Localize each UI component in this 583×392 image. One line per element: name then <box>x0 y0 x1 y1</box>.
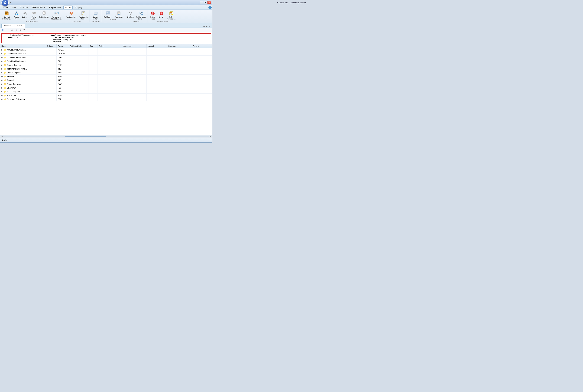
table-row[interactable]: ▶ 📁 Ground Segment SYE <box>0 63 212 67</box>
cell-name: ▶ 📁 Space Segment <box>0 90 45 94</box>
product-tree-button[interactable]: ProductTree ▾ <box>12 10 21 20</box>
relationships-group-label: Relationships <box>73 21 81 22</box>
svg-rect-40 <box>108 14 110 15</box>
parameter-state-mapper-button[interactable]: Parameter toState Mapper ▾ <box>50 10 63 20</box>
restore-button[interactable]: 🗗 <box>204 1 207 4</box>
toolbar-group-relationships: Relationships ▾ RelationshipMatrix ▾ <box>65 10 89 22</box>
svg-rect-31 <box>82 14 83 15</box>
domain-file-store-button[interactable]: DomainFile Store ▾ <box>91 10 101 20</box>
row-expand-icon[interactable]: ▶ <box>2 79 3 81</box>
rename-button[interactable]: Aᵇ <box>11 28 14 32</box>
menu-reference-data[interactable]: Reference Data <box>30 6 47 9</box>
row-expand-icon[interactable]: ▶ <box>2 91 3 92</box>
svg-rect-19 <box>57 12 59 14</box>
table-row[interactable]: ▶ 📁 Spacecraft SYE <box>0 94 212 98</box>
details-panel[interactable]: Details ▼ <box>0 138 212 142</box>
table-row[interactable]: ▶ 📁 Payload INS <box>0 78 212 82</box>
scroll-right-arrow[interactable]: ▶ <box>209 136 212 138</box>
relationships-editor-button[interactable]: RelationshipsEditor ▾ <box>135 10 147 20</box>
tab-close-all[interactable]: ✕ <box>208 25 211 28</box>
cell-owner: COM <box>57 56 69 60</box>
cell-formula <box>192 63 212 67</box>
reporting-button[interactable]: Reporting ▾ <box>114 10 124 18</box>
svg-line-53 <box>140 13 142 14</box>
info-button[interactable]: ℹ <box>208 6 212 9</box>
svg-text:!: ! <box>172 14 172 15</box>
row-expand-icon[interactable]: ▶ <box>2 83 3 85</box>
dashboard-button[interactable]: Dashboard ▾ <box>103 10 114 18</box>
row-expand-icon[interactable]: ▶ <box>2 56 3 58</box>
scroll-left-arrow[interactable]: ◀ <box>1 136 3 138</box>
svg-point-22 <box>70 13 71 14</box>
tab-strip: Element Definitions ✕ ◀ ▶ ✕ <box>0 23 212 28</box>
row-expand-icon[interactable]: ▶ <box>2 87 3 89</box>
domain-label-spacer <box>3 39 16 42</box>
menu-home[interactable]: Home <box>1 6 10 9</box>
details-label: Details <box>2 139 7 141</box>
options-button[interactable]: Options ▾ <box>21 10 29 20</box>
row-expand-icon[interactable]: ▶ <box>2 49 3 51</box>
table-row[interactable]: ▶ 📁 SolarArray PWR <box>0 86 212 90</box>
duplicate-button[interactable]: ⧉ <box>15 28 18 32</box>
table-row[interactable]: ▶ 📁 Launch Segment SYE <box>0 71 212 74</box>
table-row[interactable]: ▶ 📁 Communications Subs… COM <box>0 56 212 60</box>
delete-button[interactable]: ✕ <box>7 28 10 32</box>
minimize-button[interactable]: 🗕 <box>200 1 203 4</box>
tab-scroll-right[interactable]: ▶ <box>206 25 208 28</box>
row-folder-icon: 📁 <box>3 60 6 62</box>
row-expand-icon[interactable]: ▶ <box>2 76 3 77</box>
publications-button[interactable]: Publications ▾ <box>38 10 50 20</box>
table-row[interactable]: ▶ 📁 Structures Subsystem STR <box>0 98 212 101</box>
row-expand-icon[interactable]: ▶ <box>2 94 3 96</box>
cell-reference <box>167 98 192 101</box>
element-definitions-button[interactable]: ElementDefinitions ▾ <box>2 10 12 20</box>
row-expand-icon[interactable]: ▶ <box>2 53 3 54</box>
menu-scripting[interactable]: Scripting <box>73 6 84 9</box>
iteration-value: 10 <box>16 36 45 38</box>
tab-strip-controls: ◀ ▶ ✕ <box>203 25 211 28</box>
rules-verification-button[interactable]: ! RulesVerification ▾ <box>166 10 177 20</box>
row-expand-icon[interactable]: ▶ <box>2 68 3 70</box>
cell-computed <box>122 71 147 74</box>
filter-button[interactable]: ▽ <box>19 28 22 32</box>
row-expand-icon[interactable]: ▶ <box>2 98 3 100</box>
table-row[interactable]: ▶ 📁 Instruments Subsyste… INS <box>0 67 212 71</box>
datasource-label: Data-Source: <box>46 34 61 36</box>
grapher-button[interactable]: Grapher ▾ <box>126 10 135 20</box>
table-row[interactable]: ▶ 📁 Space Segment SYE <box>0 90 212 94</box>
table-row[interactable]: ▶ 📁 Attitude, Orbit, Guida… AOG… <box>0 48 212 52</box>
scrollbar-thumb[interactable] <box>65 136 106 137</box>
finite-states-button[interactable]: FiniteStates ▾ <box>30 10 38 20</box>
table-row[interactable]: ▶ 📁 Power Subsystem PWR <box>0 82 212 86</box>
row-expand-icon[interactable]: ▶ <box>2 60 3 62</box>
cell-options <box>45 98 57 101</box>
tab-scroll-left[interactable]: ◀ <box>203 25 205 28</box>
iteration-label: Iteration: <box>3 36 16 38</box>
table-row[interactable]: ▶ 📁 Chemical Propulsion S… CPROP <box>0 52 212 56</box>
close-button[interactable]: ✕ <box>207 1 211 4</box>
scrollbar-track[interactable] <box>3 136 209 137</box>
app-menu-arrow[interactable]: ▼ <box>10 2 11 3</box>
row-expand-icon[interactable]: ▶ <box>2 72 3 74</box>
cell-scale <box>88 67 98 71</box>
svg-line-67 <box>25 30 25 31</box>
tab-element-definitions[interactable]: Element Definitions ✕ <box>2 24 25 28</box>
errors-button[interactable]: ! Errors ▾ <box>157 10 165 20</box>
menu-model[interactable]: Model <box>63 6 73 9</box>
menu-directory[interactable]: Directory <box>18 6 30 9</box>
horizontal-scrollbar[interactable]: ◀ ▶ <box>0 135 212 138</box>
search-button[interactable] <box>23 28 26 32</box>
add-button[interactable]: ⊕ <box>2 28 5 32</box>
row-expand-icon[interactable]: ▶ <box>2 64 3 66</box>
menu-view[interactable]: View <box>10 6 18 9</box>
built-in-rules-button[interactable]: Built InRules <box>149 10 157 20</box>
table-row[interactable]: ▶ 📁 Mission SYE <box>0 74 212 78</box>
relationships-button[interactable]: Relationships ▾ <box>65 10 78 20</box>
svg-line-8 <box>16 12 18 14</box>
tab-close-button[interactable]: ✕ <box>21 25 22 26</box>
relationship-matrix-button[interactable]: RelationshipMatrix ▾ <box>78 10 89 20</box>
menu-requirements[interactable]: Requirements <box>47 6 63 9</box>
table-row[interactable]: ▶ 📁 Data Handling Subsys… DH <box>0 60 212 63</box>
row-folder-icon: 📁 <box>3 87 6 89</box>
cell-switch <box>98 60 122 63</box>
